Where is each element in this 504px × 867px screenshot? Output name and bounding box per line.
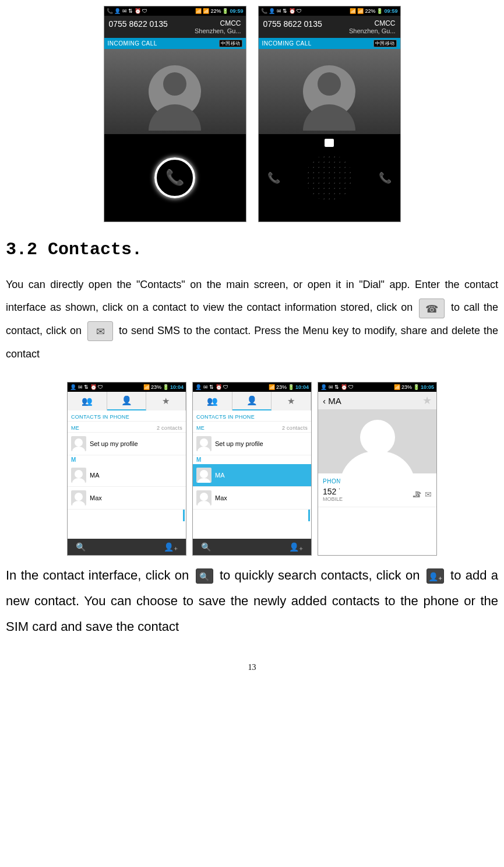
contacts-section-header: CONTACTS IN PHONE [68, 410, 186, 422]
incoming-bar: INCOMING CALL 中国移动 [104, 38, 246, 49]
p2-a: In the contact interface, click on [6, 568, 193, 582]
clock: 09:59 [230, 8, 243, 14]
clock: 09:59 [384, 8, 397, 14]
clock: 10:04 [295, 384, 309, 390]
avatar-icon [71, 468, 86, 483]
scroll-indicator [308, 510, 310, 521]
search-icon[interactable]: 🔍 [76, 542, 86, 552]
bottom-bar: 🔍 👤₊ [68, 539, 186, 555]
add-contact-icon-inline: 👤₊ [427, 568, 444, 584]
setup-profile-row[interactable]: Set up my profile [193, 433, 311, 455]
me-header: ME 2 contacts [68, 422, 186, 433]
phone-contact-detail: 👤 ✉ ⇅ ⏰ 🛡 📶 23% 🔋 10:05 ‹ MA ★ PHONE 152… [318, 382, 437, 556]
tab-all[interactable]: 👤 [107, 392, 147, 410]
section-heading: 3.2 Contacts. [6, 240, 498, 259]
favorite-star-icon[interactable]: ★ [422, 394, 432, 407]
contact-row-selected[interactable]: MA [193, 464, 311, 487]
contacts-tabs: 👥 👤 ★ [68, 392, 186, 410]
carrier-badge: 中国移动 [373, 40, 397, 47]
tab-favorites[interactable]: ★ [146, 392, 186, 410]
add-contact-icon[interactable]: 👤₊ [289, 542, 303, 552]
phone-icon: 📞 [165, 169, 184, 187]
contact-row[interactable]: MA [68, 464, 186, 487]
me-label: ME [196, 425, 205, 431]
carrier-badge: 中国移动 [219, 40, 242, 47]
answer-ring-dots[interactable] [294, 143, 364, 213]
contacts-count: 2 contacts [282, 425, 308, 431]
battery-pct: 23% [276, 384, 287, 390]
back-button[interactable]: ‹ MA [323, 396, 341, 406]
status-bar: 👤 ✉ ⇅ ⏰ 🛡 📶 23% 🔋 10:04 [68, 382, 186, 392]
answer-area-expanded[interactable]: 📞 📞 [259, 134, 400, 222]
status-bar: 👤 ✉ ⇅ ⏰ 🛡 📶 23% 🔋 10:05 [318, 382, 436, 392]
answer-area[interactable]: 📞 [104, 134, 246, 222]
status-bar: 📞 👤 ✉ ⇅ ⏰ 🛡 📶 📶 22% 🔋 09:59 [259, 6, 400, 16]
call-header: 0755 8622 0135 CMCC Shenzhen, Gu... [259, 16, 400, 38]
bottom-bar: 🔍 👤₊ [193, 539, 311, 555]
accept-icon[interactable]: 📞 [379, 171, 392, 184]
letter-header: M [68, 455, 186, 464]
tab-favorites[interactable]: ★ [272, 392, 311, 410]
contacts-section-header: CONTACTS IN PHONE [193, 410, 311, 422]
decline-icon[interactable]: 📞 [267, 171, 280, 184]
incoming-call-row: 📞 👤 ✉ ⇅ ⏰ 🛡 📶 📶 22% 🔋 09:59 0755 8622 01… [6, 6, 498, 222]
detail-name: MA [328, 396, 341, 406]
paragraph-1: You can directly open the "Contacts" on … [6, 273, 498, 366]
avatar-icon [71, 490, 86, 506]
scroll-indicator [183, 510, 185, 521]
sms-contact-icon: ✉ [87, 321, 113, 341]
search-icon[interactable]: 🔍 [201, 542, 211, 552]
phone-incoming-expanded: 📞 👤 ✉ ⇅ ⏰ 🛡 📶 📶 22% 🔋 09:59 0755 8622 01… [258, 6, 401, 222]
contact-row[interactable]: Max [68, 487, 186, 510]
tab-groups[interactable]: 👥 [193, 392, 232, 410]
page-number: 13 [6, 663, 498, 672]
battery-pct: 23% [151, 384, 161, 390]
avatar-icon [196, 468, 212, 483]
phone-type: MOBILE [323, 496, 377, 502]
phone-incoming-ring: 📞 👤 ✉ ⇅ ⏰ 🛡 📶 📶 22% 🔋 09:59 0755 8622 01… [104, 6, 246, 222]
contact-name: Max [90, 494, 102, 501]
contacts-in-phone-label: CONTACTS IN PHONE [71, 414, 129, 420]
avatar-icon [196, 490, 212, 506]
clock: 10:04 [170, 384, 184, 390]
setup-profile-label: Set up my profile [90, 440, 138, 447]
caller-avatar [259, 49, 400, 134]
detail-avatar [318, 409, 436, 473]
phone-contacts-list-selected: 👤 ✉ ⇅ ⏰ 🛡 📶 23% 🔋 10:04 👥 👤 ★ CONTACTS I… [192, 382, 312, 556]
battery-pct: 23% [401, 384, 412, 390]
battery-pct: 22% [365, 8, 375, 14]
me-header: ME 2 contacts [193, 422, 311, 433]
incoming-label: INCOMING CALL [108, 40, 157, 47]
setup-profile-row[interactable]: Set up my profile [68, 433, 186, 455]
status-bar: 👤 ✉ ⇅ ⏰ 🛡 📶 23% 🔋 10:04 [193, 382, 311, 392]
me-label: ME [71, 425, 79, 431]
contact-name: MA [90, 472, 100, 479]
contacts-row: 👤 ✉ ⇅ ⏰ 🛡 📶 23% 🔋 10:04 👥 👤 ★ CONTACTS I… [6, 382, 498, 556]
contacts-in-phone-label: CONTACTS IN PHONE [196, 414, 255, 420]
status-bar: 📞 👤 ✉ ⇅ ⏰ 🛡 📶 📶 22% 🔋 09:59 [104, 6, 246, 16]
avatar-icon [196, 436, 212, 451]
setup-profile-label: Set up my profile [215, 440, 263, 447]
dial-contact-icon: ☎ [419, 299, 445, 318]
p2-b: to quickly search contacts, click on [220, 568, 424, 582]
contacts-tabs: 👥 👤 ★ [193, 392, 311, 410]
sms-icon[interactable]: ✉ [425, 490, 432, 499]
contact-row[interactable]: Max [193, 487, 311, 510]
search-contacts-icon: 🔍 [196, 568, 213, 584]
paragraph-2: In the contact interface, click on 🔍 to … [6, 563, 498, 640]
phone-contacts-list: 👤 ✉ ⇅ ⏰ 🛡 📶 23% 🔋 10:04 👥 👤 ★ CONTACTS I… [67, 382, 186, 556]
answer-ring[interactable]: 📞 [154, 157, 195, 198]
add-contact-icon[interactable]: 👤₊ [164, 542, 178, 552]
battery-pct: 22% [210, 8, 221, 14]
letter-header: M [193, 455, 311, 464]
call-header: 0755 8622 0135 CMCC Shenzhen, Gu... [104, 16, 246, 38]
contacts-count: 2 contacts [157, 425, 182, 431]
incoming-label: INCOMING CALL [262, 40, 312, 47]
tab-all[interactable]: 👤 [232, 392, 272, 410]
caller-avatar [104, 49, 246, 134]
incoming-bar: INCOMING CALL 中国移动 [259, 38, 400, 49]
contact-name: Max [215, 494, 227, 501]
contact-name: MA [215, 472, 225, 479]
tab-groups[interactable]: 👥 [68, 392, 107, 410]
detail-header: ‹ MA ★ [318, 392, 436, 409]
